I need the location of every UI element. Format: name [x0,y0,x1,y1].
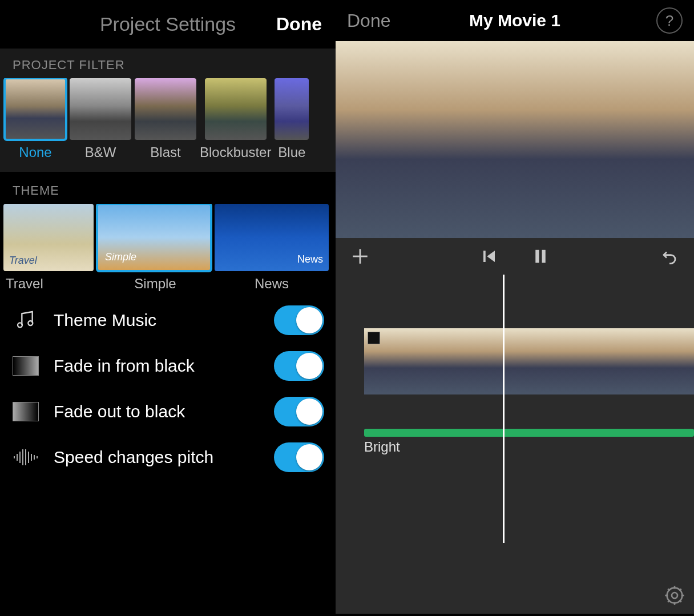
theme-overlay: Simple [105,251,136,263]
theme-news[interactable]: News News [215,204,329,292]
theme-row[interactable]: Travel Travel Simple Simple News News [0,204,336,292]
filter-thumb-blast [135,78,196,140]
option-fade-in: Fade in from black [11,351,324,381]
filter-bw[interactable]: B&W [70,78,131,160]
audio-track[interactable] [364,429,694,437]
option-theme-music: Theme Music [11,305,324,335]
project-filter-label: PROJECT FILTER [0,54,336,78]
clip-thumb[interactable] [364,328,474,394]
theme-thumb-travel: Travel [3,204,94,271]
playhead[interactable] [503,275,505,543]
fade-out-toggle[interactable] [274,397,324,426]
transport-controls [336,238,694,275]
clip-thumb[interactable] [584,328,694,394]
theme-thumb-news: News [215,204,329,271]
filter-thumb-blue [275,78,309,140]
theme-overlay: News [297,253,323,265]
skip-to-start-button[interactable] [481,248,498,265]
option-label: Theme Music [54,311,260,330]
fade-in-toggle[interactable] [274,351,324,381]
filter-label: Blue [278,144,305,160]
filter-label: B&W [85,144,116,160]
theme-label: Simple [97,276,211,292]
options-list: Theme Music Fade in from black Fade out … [0,292,336,472]
filter-thumb-bw [70,78,131,140]
filter-blue[interactable]: Blue [275,78,309,160]
project-filter-section: PROJECT FILTER None B&W Blast Blockbuste… [0,49,336,172]
fade-in-icon [11,354,40,378]
theme-section: THEME Travel Travel Simple Simple News N… [0,172,336,292]
svg-rect-15 [542,250,546,263]
svg-rect-14 [535,250,539,263]
filter-thumb-blockbuster [205,78,267,140]
settings-header: Project Settings Done [0,0,336,49]
option-fade-out: Fade out to black [11,397,324,426]
editor-done-button[interactable]: Done [347,10,391,31]
theme-overlay: Travel [9,255,37,267]
theme-label: News [215,276,329,292]
theme-simple[interactable]: Simple Simple [97,204,211,292]
filter-label: Blast [150,144,180,160]
filter-blast[interactable]: Blast [135,78,196,160]
filter-row[interactable]: None B&W Blast Blockbuster Blue [0,78,336,160]
waveform-icon [11,445,40,469]
filter-label: Blockbuster [200,144,271,160]
help-button[interactable]: ? [656,7,683,34]
project-settings-button[interactable] [663,584,686,607]
option-label: Fade in from black [54,356,260,376]
mute-indicator-icon [368,332,380,344]
video-track[interactable] [364,328,694,394]
filter-none[interactable]: None [5,78,66,160]
project-settings-pane: Project Settings Done PROJECT FILTER Non… [0,0,336,616]
add-media-button[interactable] [350,247,370,266]
timeline[interactable]: Bright [336,275,694,614]
pause-button[interactable] [532,247,549,266]
svg-rect-13 [483,251,486,262]
option-speed-pitch: Speed changes pitch [11,442,324,472]
speed-pitch-toggle[interactable] [274,442,324,472]
project-title[interactable]: My Movie 1 [469,11,560,30]
theme-thumb-simple: Simple [97,204,211,271]
theme-music-toggle[interactable] [274,305,324,335]
music-note-icon [11,308,40,332]
filter-label: None [19,144,51,160]
theme-travel[interactable]: Travel Travel [3,204,94,292]
option-label: Fade out to black [54,402,260,421]
option-label: Speed changes pitch [54,448,260,467]
done-button[interactable]: Done [276,14,322,35]
fade-out-icon [11,400,40,424]
svg-point-17 [672,593,677,598]
video-preview[interactable] [336,41,694,238]
editor-pane: Done My Movie 1 ? Brigh [336,0,694,616]
settings-title: Project Settings [100,13,236,35]
clip-thumb[interactable] [474,328,584,394]
editor-header: Done My Movie 1 ? [336,0,694,41]
theme-label: Travel [3,276,94,292]
undo-button[interactable] [660,248,679,265]
theme-section-label: THEME [0,172,336,204]
filter-blockbuster[interactable]: Blockbuster [200,78,271,160]
audio-track-label: Bright [364,439,400,455]
filter-thumb-none [5,78,66,140]
